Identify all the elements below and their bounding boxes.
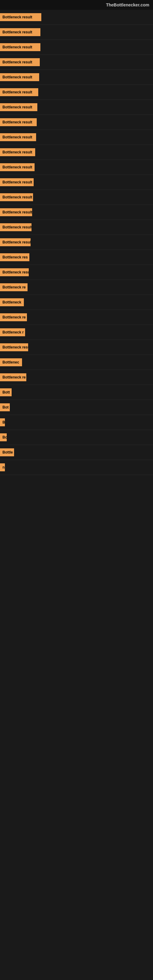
bottleneck-label: Bottleneck resu: [0, 343, 28, 351]
bar-row: Bottleneck result: [0, 205, 153, 220]
bottleneck-label: Bottleneck result: [0, 148, 35, 156]
bottleneck-bar: Bottleneck result: [0, 162, 153, 173]
bar-row: Bottle: [0, 445, 153, 460]
bar-row: Bottleneck result: [0, 235, 153, 250]
bottleneck-label: Bottleneck result: [0, 223, 32, 231]
bar-row: Bottleneck result: [0, 85, 153, 100]
bottleneck-label: Bottleneck result: [0, 193, 33, 201]
bottleneck-label: Bottleneck result: [0, 73, 39, 81]
bottleneck-bar: Bottleneck result: [0, 41, 153, 52]
bottleneck-label: Bott: [0, 388, 12, 396]
bar-row: Bottleneck resu: [0, 340, 153, 355]
bottleneck-bar: Bottleneck result: [0, 147, 153, 158]
bar-row: Bottleneck result: [0, 10, 153, 25]
bottleneck-label: B: [0, 418, 5, 426]
bottleneck-bar: Bottleneck result: [0, 177, 153, 188]
bottleneck-label: Bottleneck result: [0, 178, 33, 186]
bar-row: Bottleneck result: [0, 190, 153, 205]
bar-row: Bottleneck: [0, 295, 153, 310]
bar-row: B: [0, 415, 153, 430]
bottleneck-bar: Bottleneck re: [0, 312, 153, 323]
bar-row: Bottleneck r: [0, 325, 153, 340]
bottleneck-label: Bottleneck re: [0, 283, 27, 291]
bar-row: Bot: [0, 400, 153, 415]
bar-row: Bo: [0, 430, 153, 445]
bottleneck-label: Bottleneck res: [0, 253, 29, 261]
bottleneck-label: Bottleneck result: [0, 163, 35, 171]
bottleneck-bar: Bottleneck result: [0, 117, 153, 128]
bottleneck-bar: Bottleneck result: [0, 102, 153, 113]
bar-row: Bott: [0, 385, 153, 400]
bar-row: Bottleneck result: [0, 220, 153, 235]
bar-row: Bottleneck re: [0, 280, 153, 295]
bottleneck-bar: Bottleneck re: [0, 282, 153, 293]
bottleneck-bar: Bottleneck result: [0, 192, 153, 203]
bar-row: Bottleneck re: [0, 310, 153, 325]
bar-row: Bottleneck res: [0, 250, 153, 265]
bar-row: Bottleneck result: [0, 70, 153, 85]
bottleneck-bar: Bottleneck resu: [0, 342, 153, 353]
bottleneck-label: Bottle: [0, 449, 14, 456]
bottleneck-bar: Bottleneck result: [0, 12, 153, 23]
bottleneck-bar: Bottle: [0, 447, 153, 458]
bar-row: Bottleneck result: [0, 40, 153, 55]
bar-row: n: [0, 460, 153, 475]
bottleneck-label: Bottleneck re: [0, 313, 27, 321]
bottleneck-bar: Bottlenec: [0, 357, 153, 368]
bottleneck-label: Bottleneck re: [0, 373, 26, 381]
bottleneck-label: Bottleneck result: [0, 43, 40, 51]
bottleneck-label: n: [0, 463, 5, 471]
bottleneck-label: Bottleneck result: [0, 88, 38, 96]
bottleneck-bar: Bottleneck: [0, 297, 153, 308]
bottleneck-bar: Bo: [0, 432, 153, 443]
bottleneck-label: Bottleneck result: [0, 58, 40, 66]
bar-row: Bottleneck result: [0, 100, 153, 115]
bottleneck-bar: Bottleneck res: [0, 252, 153, 263]
bottleneck-bar: Bottleneck result: [0, 27, 153, 38]
bottleneck-label: Bottleneck result: [0, 268, 29, 276]
bar-row: Bottleneck result: [0, 25, 153, 40]
bottleneck-bar: Bottleneck result: [0, 267, 153, 278]
bottleneck-bar: Bott: [0, 387, 153, 398]
bottleneck-label: Bo: [0, 433, 7, 441]
bar-row: Bottleneck result: [0, 115, 153, 130]
bar-row: Bottleneck result: [0, 130, 153, 145]
bottleneck-bar: Bottleneck result: [0, 72, 153, 83]
bar-row: Bottleneck re: [0, 370, 153, 385]
bottleneck-label: Bottleneck result: [0, 118, 37, 126]
bar-row: Bottleneck result: [0, 265, 153, 280]
bottleneck-label: Bot: [0, 403, 10, 411]
empty-space: [0, 475, 153, 659]
bar-row: Bottleneck result: [0, 175, 153, 190]
bottleneck-bar: Bottleneck re: [0, 372, 153, 383]
bottleneck-bar: Bottleneck result: [0, 237, 153, 248]
bottleneck-bar: Bottleneck result: [0, 132, 153, 143]
bottleneck-bar: Bottleneck r: [0, 327, 153, 338]
bar-row: Bottleneck result: [0, 145, 153, 160]
bar-row: Bottlenec: [0, 355, 153, 370]
site-title: TheBottlenecker.com: [0, 0, 153, 10]
bottleneck-bar: Bottleneck result: [0, 207, 153, 218]
bars-container: Bottleneck resultBottleneck resultBottle…: [0, 10, 153, 659]
bottleneck-bar: Bottleneck result: [0, 87, 153, 98]
bottleneck-label: Bottleneck r: [0, 328, 25, 336]
bottleneck-label: Bottleneck result: [0, 208, 32, 216]
bottleneck-label: Bottleneck: [0, 298, 24, 306]
bottleneck-bar: Bot: [0, 402, 153, 413]
bottleneck-bar: Bottleneck result: [0, 57, 153, 68]
bar-row: Bottleneck result: [0, 55, 153, 70]
bottleneck-label: Bottleneck result: [0, 103, 37, 111]
bottleneck-label: Bottleneck result: [0, 133, 36, 141]
bottleneck-label: Bottleneck result: [0, 28, 40, 36]
bottleneck-bar: Bottleneck result: [0, 222, 153, 233]
bar-row: Bottleneck result: [0, 160, 153, 175]
bottleneck-bar: n: [0, 462, 153, 473]
bottleneck-label: Bottleneck result: [0, 13, 41, 21]
bottleneck-label: Bottleneck result: [0, 238, 30, 246]
bottleneck-label: Bottlenec: [0, 358, 22, 366]
bottleneck-bar: B: [0, 417, 153, 428]
